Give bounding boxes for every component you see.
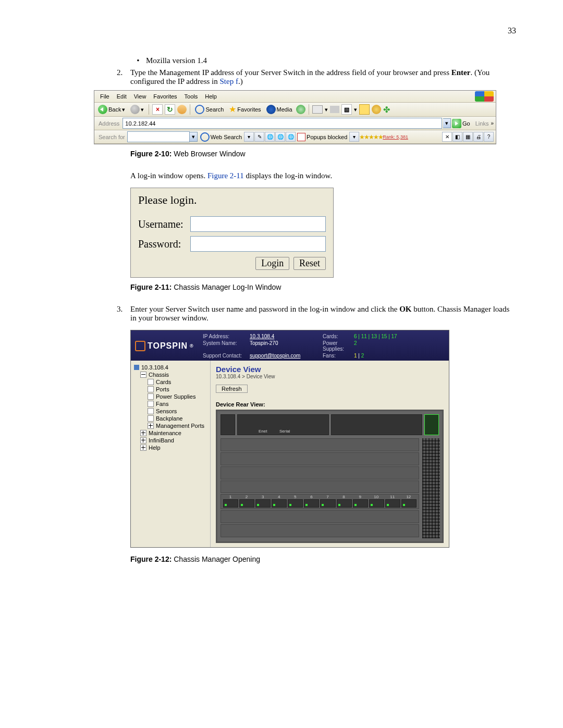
password-input[interactable] xyxy=(190,236,326,252)
tb-highlighter[interactable]: ✎ xyxy=(254,132,264,142)
tree-mgmt-ports[interactable]: Management Ports xyxy=(134,422,207,429)
forward-button[interactable]: ▾ xyxy=(129,104,145,115)
tb-globe2[interactable]: 🌐 xyxy=(275,132,285,142)
tree-root[interactable]: 10.3.108.4 xyxy=(134,364,207,371)
popups-blocked[interactable]: Popups blocked xyxy=(296,132,349,142)
port-4[interactable]: 4 xyxy=(272,499,287,508)
port-8[interactable]: 8 xyxy=(337,499,352,508)
dd[interactable]: ▾ xyxy=(354,106,357,113)
k-fans: Fans: xyxy=(323,353,354,359)
links-label[interactable]: Links xyxy=(473,120,491,127)
refresh-button[interactable]: ↻ xyxy=(165,104,175,115)
n: 7 xyxy=(321,495,334,499)
v-sup[interactable]: support@topspin.com xyxy=(250,353,323,359)
card-slot[interactable] xyxy=(221,524,419,537)
print-button[interactable] xyxy=(330,106,339,113)
menu-file[interactable]: File xyxy=(96,92,113,101)
card-slot[interactable] xyxy=(221,510,419,523)
port-10[interactable]: 10 xyxy=(369,499,384,508)
media-button[interactable]: Media xyxy=(265,104,294,115)
discuss-button[interactable] xyxy=(372,105,381,114)
tree-help[interactable]: Help xyxy=(134,444,207,451)
go-button[interactable] xyxy=(452,119,461,128)
v-sys: Topspin-270 xyxy=(250,340,323,352)
port-7[interactable]: 7 xyxy=(320,499,335,508)
home-button[interactable] xyxy=(177,105,187,114)
history-button[interactable] xyxy=(296,105,305,114)
card-slot-ports[interactable]: 1 2 3 4 5 6 7 8 9 10 11 12 xyxy=(221,494,419,509)
tree-sensors[interactable]: Sensors xyxy=(134,408,207,415)
tb-r5[interactable]: ? xyxy=(484,132,494,142)
expand-icon[interactable] xyxy=(140,430,146,436)
v-ip[interactable]: 10.3.108.4 xyxy=(250,334,323,339)
expand-icon[interactable] xyxy=(140,445,146,451)
card-slot[interactable] xyxy=(221,438,419,451)
tree-chassis[interactable]: Chassis xyxy=(134,371,207,378)
tree-maintenance[interactable]: Maintenance xyxy=(134,429,207,437)
link-step-f[interactable]: Step f xyxy=(219,77,238,85)
search-input[interactable] xyxy=(127,131,190,142)
psu-1[interactable] xyxy=(221,414,235,435)
menu-help[interactable]: Help xyxy=(201,92,221,101)
tree-backplane[interactable]: Backplane xyxy=(134,415,207,422)
dd[interactable]: ▾ xyxy=(325,106,328,113)
card-slot[interactable] xyxy=(221,452,419,465)
login-button[interactable]: Login xyxy=(255,257,289,270)
t-bold: OK xyxy=(399,305,411,313)
tb-r2[interactable]: ◧ xyxy=(452,132,462,142)
web-search-button[interactable]: Web Search xyxy=(199,132,243,142)
fig-text: Web Browser Window xyxy=(174,150,245,158)
address-dropdown[interactable]: ▾ xyxy=(443,118,451,128)
links-chevron[interactable]: » xyxy=(491,120,494,126)
tb-dd[interactable]: ▾ xyxy=(244,132,254,142)
address-input[interactable] xyxy=(123,118,442,129)
favorites-button[interactable]: ★Favorites xyxy=(227,105,262,114)
mgmt-module-2[interactable] xyxy=(331,414,423,435)
expand-icon[interactable] xyxy=(140,437,146,443)
tree-psu[interactable]: Power Supplies xyxy=(134,393,207,400)
mgmt-module-1[interactable]: Enet Serial xyxy=(237,414,329,435)
port-5[interactable]: 5 xyxy=(288,499,303,508)
bullet-dot: • xyxy=(130,56,146,65)
tree-ports[interactable]: Ports xyxy=(134,386,207,393)
tb-dd2[interactable]: ▾ xyxy=(349,132,359,142)
psu-2[interactable] xyxy=(424,414,439,435)
collapse-icon[interactable] xyxy=(140,372,146,378)
tree-infiniband[interactable]: InfiniBand xyxy=(134,437,207,444)
card-slot[interactable] xyxy=(221,480,419,493)
username-input[interactable] xyxy=(190,216,326,232)
port-3[interactable]: 3 xyxy=(255,499,271,508)
menu-tools[interactable]: Tools xyxy=(181,92,202,101)
tree-fans[interactable]: Fans xyxy=(134,400,207,408)
mail-button[interactable] xyxy=(312,105,323,114)
link-figure-2-11[interactable]: Figure 2-11 xyxy=(207,171,244,180)
port-11[interactable]: 11 xyxy=(385,499,400,508)
tb-globe1[interactable]: 🌐 xyxy=(265,132,275,142)
extra-icon[interactable]: ✤ xyxy=(383,105,390,115)
port-9[interactable]: 9 xyxy=(353,499,368,508)
tb-r1[interactable]: ✕ xyxy=(442,132,452,142)
search-button[interactable]: Search xyxy=(193,104,225,115)
menu-edit[interactable]: Edit xyxy=(113,92,130,101)
tb-r3[interactable]: ▦ xyxy=(463,132,473,142)
search-dropdown[interactable]: ▾ xyxy=(190,132,198,142)
expand-icon[interactable] xyxy=(148,423,154,429)
back-button[interactable]: Back ▾ xyxy=(96,104,127,115)
port-1[interactable]: 1 xyxy=(223,499,238,508)
port-2[interactable]: 2 xyxy=(239,499,254,508)
folder-button[interactable] xyxy=(359,104,370,115)
stop-button[interactable]: × xyxy=(152,104,163,115)
refresh-button[interactable]: Refresh xyxy=(216,385,248,393)
menu-favorites[interactable]: Favorites xyxy=(150,92,180,101)
led-icon xyxy=(305,504,308,506)
port-12[interactable]: 12 xyxy=(401,499,417,508)
reset-button[interactable]: Reset xyxy=(293,257,326,270)
tree-cards[interactable]: Cards xyxy=(134,378,207,386)
back-label: Back xyxy=(108,106,121,113)
tb-r4[interactable]: 🖨 xyxy=(473,132,483,142)
card-slot[interactable] xyxy=(221,466,419,479)
tb-globe3[interactable]: 🌐 xyxy=(286,132,296,142)
port-6[interactable]: 6 xyxy=(304,499,319,508)
edit-button[interactable]: ▧ xyxy=(341,104,352,115)
menu-view[interactable]: View xyxy=(130,92,150,101)
